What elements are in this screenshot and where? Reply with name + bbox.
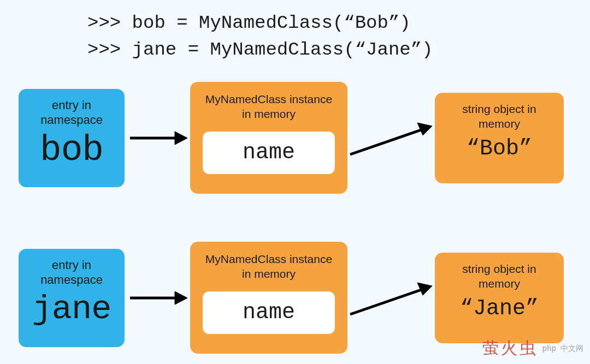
watermark: 萤火虫 php 中文网 xyxy=(482,337,583,360)
namespace-caption: entry in namespace xyxy=(24,98,119,128)
arrow-icon xyxy=(125,122,190,154)
arrow-icon xyxy=(347,108,435,168)
instance-attr-name: name xyxy=(203,132,335,174)
namespace-entry-bob: entry in namespace bob xyxy=(19,89,125,187)
string-caption: string object in memory xyxy=(440,261,558,291)
string-caption: string object in memory xyxy=(440,102,558,132)
arrow-icon xyxy=(125,282,190,314)
svg-marker-1 xyxy=(175,132,187,145)
namespace-entry-jane: entry in namespace jane xyxy=(19,249,125,347)
namespace-caption: entry in namespace xyxy=(24,258,119,288)
code-line-1: >>> bob = MyNamedClass(“Bob”) xyxy=(87,10,433,37)
namespace-var-jane: jane xyxy=(32,290,111,329)
arrow-icon xyxy=(347,268,435,328)
instance-box-bob: MyNamedClass instance in memory name xyxy=(190,82,347,194)
code-block: >>> bob = MyNamedClass(“Bob”) >>> jane =… xyxy=(87,10,433,64)
diagram-row-bob: entry in namespace bob MyNamedClass inst… xyxy=(19,82,564,194)
svg-line-2 xyxy=(350,130,421,154)
svg-line-6 xyxy=(350,290,421,314)
instance-caption: MyNamedClass instance in memory xyxy=(200,92,338,122)
watermark-php: php xyxy=(541,344,557,353)
watermark-suffix: 中文网 xyxy=(560,344,583,354)
svg-marker-5 xyxy=(175,291,187,305)
instance-caption: MyNamedClass instance in memory xyxy=(200,252,338,282)
watermark-cn: 萤火虫 xyxy=(482,337,538,360)
string-object-jane: string object in memory “Jane” xyxy=(435,253,564,343)
code-line-2: >>> jane = MyNamedClass(“Jane”) xyxy=(87,37,433,63)
namespace-var-bob: bob xyxy=(40,130,103,171)
string-value-jane: “Jane” xyxy=(460,296,539,321)
instance-box-jane: MyNamedClass instance in memory name xyxy=(190,242,347,354)
instance-attr-name: name xyxy=(203,291,335,334)
string-value-bob: “Bob” xyxy=(467,136,532,161)
string-object-bob: string object in memory “Bob” xyxy=(435,93,564,183)
